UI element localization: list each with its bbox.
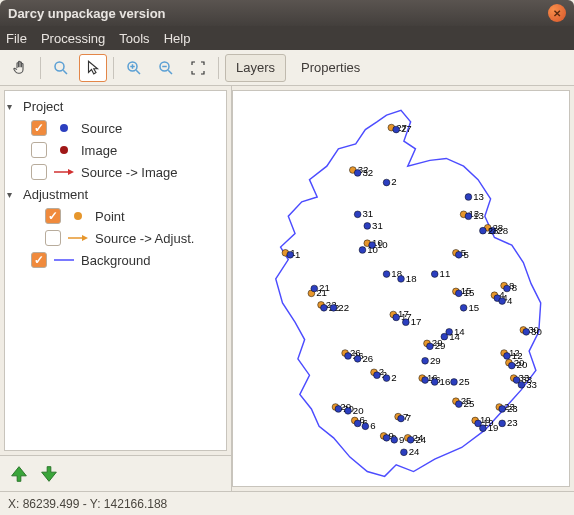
svg-text:16: 16 [440, 376, 451, 387]
checkbox-image[interactable] [31, 142, 47, 158]
svg-point-144 [374, 372, 381, 379]
svg-text:14: 14 [449, 331, 460, 342]
menu-bar: File Processing Tools Help [0, 26, 574, 50]
layer-order-controls [0, 455, 231, 491]
svg-point-84 [364, 223, 371, 230]
svg-point-180 [391, 436, 398, 443]
svg-marker-14 [12, 466, 27, 481]
svg-point-120 [402, 319, 409, 326]
svg-text:13: 13 [473, 210, 484, 221]
svg-point-118 [393, 314, 400, 321]
window-title: Darcy unpackage version [8, 6, 166, 21]
svg-point-142 [508, 362, 515, 369]
svg-text:23: 23 [507, 403, 518, 414]
svg-marker-12 [82, 235, 88, 241]
svg-text:25: 25 [464, 398, 475, 409]
checkbox-source-adjust[interactable] [45, 230, 61, 246]
svg-text:28: 28 [488, 225, 499, 236]
menu-processing[interactable]: Processing [41, 31, 105, 46]
svg-text:15: 15 [464, 287, 475, 298]
svg-text:22: 22 [338, 302, 349, 313]
layer-source[interactable]: Source [7, 117, 224, 139]
svg-text:10: 10 [377, 239, 388, 250]
menu-file[interactable]: File [6, 31, 27, 46]
menu-help[interactable]: Help [164, 31, 191, 46]
svg-text:2: 2 [391, 176, 396, 187]
checkbox-background[interactable] [31, 252, 47, 268]
svg-point-164 [345, 407, 352, 414]
move-up-button[interactable] [8, 463, 30, 485]
checkbox-point[interactable] [45, 208, 61, 224]
svg-text:25: 25 [459, 376, 470, 387]
svg-point-166 [354, 420, 361, 427]
svg-marker-10 [68, 169, 74, 175]
properties-tab[interactable]: Properties [290, 54, 371, 82]
layer-source-image[interactable]: Source -> Image [7, 161, 224, 183]
svg-point-138 [354, 355, 361, 362]
svg-point-152 [451, 379, 458, 386]
move-down-button[interactable] [38, 463, 60, 485]
pointer-tool[interactable] [79, 54, 107, 82]
menu-tools[interactable]: Tools [119, 31, 149, 46]
svg-point-90 [480, 227, 487, 234]
svg-point-78 [383, 179, 390, 186]
svg-point-162 [335, 406, 342, 413]
svg-text:21: 21 [319, 282, 330, 293]
svg-text:31: 31 [362, 208, 373, 219]
svg-text:20: 20 [353, 405, 364, 416]
layer-point[interactable]: Point [7, 205, 224, 227]
svg-text:20: 20 [517, 359, 528, 370]
svg-text:8: 8 [512, 282, 517, 293]
checkbox-source[interactable] [31, 120, 47, 136]
map-canvas[interactable]: 2732132811058211542217302926122021633252… [232, 90, 570, 487]
svg-point-182 [407, 436, 414, 443]
coord-readout: X: 86239.499 - Y: 142166.188 [8, 497, 167, 511]
svg-text:24: 24 [415, 434, 426, 445]
svg-text:30: 30 [531, 326, 542, 337]
close-button[interactable]: ✕ [548, 4, 566, 22]
layers-tab[interactable]: Layers [225, 54, 286, 82]
svg-point-128 [441, 333, 448, 340]
sidebar: ▾Project Source Image Source -> Image ▾A… [0, 86, 232, 491]
layer-source-adjust[interactable]: Source -> Adjust. [7, 227, 224, 249]
svg-text:9: 9 [399, 434, 404, 445]
svg-point-178 [383, 434, 390, 441]
svg-point-136 [345, 353, 352, 360]
zoom-tool[interactable] [47, 54, 75, 82]
svg-point-184 [401, 449, 408, 456]
layer-tree[interactable]: ▾Project Source Image Source -> Image ▾A… [4, 90, 227, 451]
svg-point-132 [427, 343, 434, 350]
zoom-out-tool[interactable] [152, 54, 180, 82]
svg-point-102 [398, 275, 405, 282]
toolbar: Layers Properties [0, 50, 574, 86]
svg-text:18: 18 [406, 273, 417, 284]
svg-text:29: 29 [430, 355, 441, 366]
svg-text:17: 17 [411, 316, 422, 327]
zoom-in-tool[interactable] [120, 54, 148, 82]
svg-point-130 [523, 328, 530, 335]
svg-point-98 [455, 251, 462, 258]
svg-point-150 [431, 379, 438, 386]
tree-group-adjustment[interactable]: ▾Adjustment [7, 183, 224, 205]
checkbox-source-image[interactable] [31, 164, 47, 180]
svg-text:15: 15 [468, 302, 479, 313]
svg-point-168 [362, 423, 369, 430]
svg-text:4: 4 [507, 295, 513, 306]
svg-line-3 [136, 70, 140, 74]
pan-tool[interactable] [6, 54, 34, 82]
layer-background[interactable]: Background [7, 249, 224, 271]
svg-point-140 [504, 353, 511, 360]
layer-image[interactable]: Image [7, 139, 224, 161]
svg-point-100 [383, 271, 390, 278]
svg-point-158 [455, 401, 462, 408]
svg-point-146 [383, 375, 390, 382]
svg-point-174 [499, 420, 506, 427]
svg-point-108 [311, 285, 318, 292]
svg-point-82 [354, 211, 361, 218]
fit-extent-tool[interactable] [184, 54, 212, 82]
tree-group-project[interactable]: ▾Project [7, 95, 224, 117]
svg-point-170 [398, 415, 405, 422]
svg-point-134 [422, 357, 429, 364]
svg-text:2: 2 [391, 372, 396, 383]
svg-point-114 [321, 304, 328, 311]
